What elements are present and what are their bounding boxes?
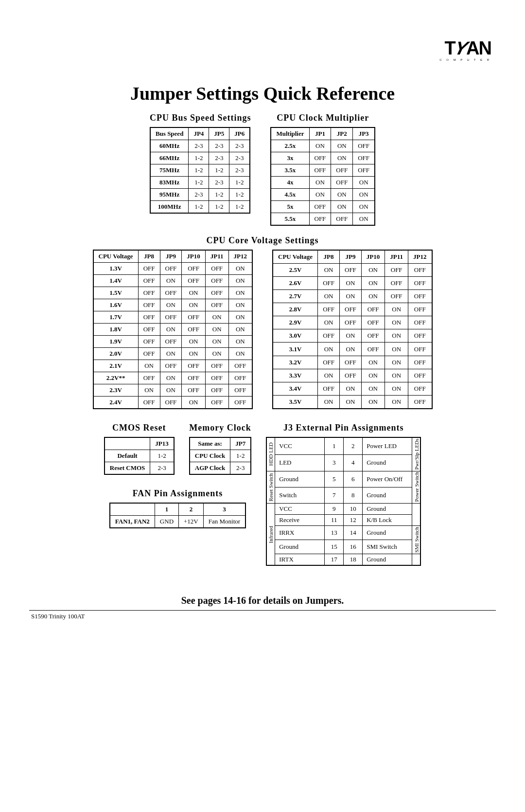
cell: OFF (318, 329, 340, 343)
pin-num: 17 (325, 554, 344, 566)
row-header: 3.2V (273, 356, 318, 369)
row-header: 3.5V (273, 395, 318, 409)
pin-num: 6 (344, 471, 363, 487)
pin-num: 8 (344, 487, 363, 504)
row-header: 3.1V (273, 343, 318, 356)
cell: OFF (408, 329, 432, 343)
cell: 2-3 (209, 152, 229, 164)
cell: OFF (318, 356, 340, 369)
row-header: 4.5x (271, 189, 309, 201)
pin-label: Ground (363, 554, 412, 566)
multiplier-table: MultiplierJP1JP2JP32.5xONONOFF3xOFFONOFF… (270, 127, 375, 226)
cell: ON (385, 303, 408, 316)
cell: 1-2 (229, 177, 250, 189)
col-header: Multiplier (271, 127, 309, 140)
cell: 2-3 (209, 177, 229, 189)
col-header: CPU Voltage (273, 250, 318, 264)
cell: OFF (138, 348, 160, 360)
multiplier-title: CPU Clock Multiplier (270, 113, 375, 123)
cell: OFF (182, 372, 205, 384)
table-row: 3.2VOFFOFFONONOFF (273, 356, 432, 369)
table-row: 2.2V**OFFONOFFOFFOFF (93, 372, 253, 384)
cell: OFF (160, 336, 182, 348)
group-label-left: HDD LED (266, 437, 275, 471)
pin-label: SMI Switch (363, 540, 412, 554)
cell: OFF (228, 384, 252, 397)
cell: OFF (138, 397, 160, 409)
pin-label: Ground (363, 454, 412, 471)
cell: 1-2 (189, 177, 209, 189)
cell: OFF (138, 287, 160, 299)
table-row: 3.1VONONOFFONOFF (273, 343, 432, 356)
cell: ON (160, 324, 182, 336)
pin-num: 5 (325, 471, 344, 487)
row-header: Default (105, 450, 150, 462)
row-header: Reset CMOS (105, 462, 150, 475)
row-header: 2.4V (93, 397, 139, 409)
table-row: Receive1112K/B Lock (266, 515, 420, 526)
table-row: 1.6VOFFONONOFFON (93, 299, 253, 311)
pin-label: LED (275, 454, 325, 471)
cell: ON (361, 382, 385, 395)
group-label-right (412, 554, 421, 566)
cell: ON (340, 277, 362, 290)
pin-label: Power On/Off (363, 471, 412, 487)
logo-subtext: C O M P U T E R (439, 58, 491, 61)
col-header: CPU Voltage (93, 250, 139, 263)
col-header: JP12 (228, 250, 252, 263)
pin-label: Switch (275, 487, 325, 504)
table-row: 1.4VOFFONOFFOFFON (93, 275, 253, 287)
j3-title: J3 External Pin Assignments (266, 423, 421, 433)
group-label-right (412, 504, 421, 526)
footer-rule (29, 610, 496, 611)
cell: OFF (408, 395, 432, 409)
cell: OFF (340, 264, 362, 277)
cell: OFF (408, 369, 432, 382)
cmos-title: CMOS Reset (104, 423, 175, 433)
table-row: CPU Clock1-2 (190, 450, 251, 462)
cell: OFF (408, 303, 432, 316)
cell: ON (228, 348, 252, 360)
cell: 1-2 (150, 450, 174, 462)
cell: ON (331, 140, 353, 152)
cell: OFF (361, 316, 385, 329)
cell: ON (340, 343, 362, 356)
table-row: AGP Clock2-3 (190, 462, 251, 475)
cell: ON (309, 189, 331, 201)
cell: 1-2 (189, 201, 209, 214)
table-row: 1.5VOFFOFFONOFFON (93, 287, 253, 299)
table-row: 4.5xONONON (271, 189, 375, 201)
cell: OFF (182, 311, 205, 324)
page-title: Jumper Settings Quick Reference (29, 83, 496, 104)
cell: ON (318, 395, 340, 409)
cell: 2-3 (229, 164, 250, 177)
row-header: CPU Clock (190, 450, 230, 462)
row-header: 5x (271, 201, 309, 213)
cell: OFF (138, 372, 160, 384)
table-row: 83MHz1-22-31-2 (150, 177, 250, 189)
cell: ON (160, 348, 182, 360)
cell: ON (138, 360, 160, 372)
col-header (110, 503, 155, 516)
row-header: 83MHz (150, 177, 189, 189)
table-row: 1.9VOFFOFFONONON (93, 336, 253, 348)
pin-label: Ground (275, 540, 325, 554)
pin-label: Ground (275, 471, 325, 487)
row-header: 5.5x (271, 213, 309, 226)
row-header: 3.0V (273, 329, 318, 343)
cell: OFF (361, 343, 385, 356)
cell: ON (385, 356, 408, 369)
pin-num: 12 (344, 515, 363, 526)
memclk-title: Memory Clock (189, 423, 251, 433)
cell: OFF (408, 382, 432, 395)
cell: ON (228, 263, 252, 275)
cell: ON (331, 201, 353, 213)
row-header: 2.0V (93, 348, 139, 360)
cell: ON (361, 290, 385, 303)
col-header: 1 (155, 503, 178, 516)
cell: OFF (318, 277, 340, 290)
row-header: 1.9V (93, 336, 139, 348)
pin-num: 16 (344, 540, 363, 554)
cell: ON (318, 369, 340, 382)
cell: 2-3 (229, 152, 250, 164)
